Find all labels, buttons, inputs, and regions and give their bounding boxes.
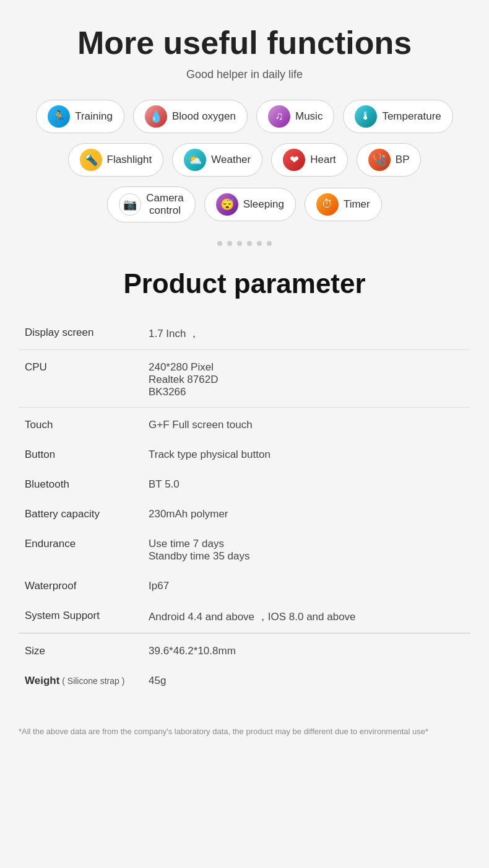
- flashlight-icon: 🔦: [80, 149, 102, 171]
- sleeping-icon: 😴: [216, 193, 238, 216]
- feature-pill-temperature: 🌡Temperature: [343, 100, 452, 133]
- table-row: CPU240*280 PixelRealtek 8762DBK3266: [19, 349, 470, 407]
- param-value: 39.6*46.2*10.8mm: [142, 633, 470, 666]
- table-row: Battery capacity230mAh polymer: [19, 499, 470, 529]
- param-label: Waterproof: [19, 571, 142, 601]
- table-row: EnduranceUse time 7 daysStandby time 35 …: [19, 529, 470, 571]
- dots-indicator: [19, 241, 470, 246]
- feature-pill-heart: ❤Heart: [271, 143, 348, 177]
- param-label: Bluetooth: [19, 470, 142, 499]
- blood-oxygen-label: Blood oxygen: [172, 110, 236, 123]
- param-value: Track type physical button: [142, 440, 470, 470]
- features-section: 🏃Training💧Blood oxygen♫Music🌡Temperature…: [19, 100, 470, 222]
- table-row: Display screen1.7 Inch ，: [19, 318, 470, 350]
- page-subtitle: Good helper in daily life: [19, 68, 470, 81]
- param-label: Weight ( Silicone strap ): [19, 666, 142, 696]
- param-value: 240*280 PixelRealtek 8762DBK3266: [142, 349, 470, 407]
- dot-0: [217, 241, 222, 246]
- param-label: Button: [19, 440, 142, 470]
- camera-icon: 📷: [119, 193, 141, 216]
- param-value: 230mAh polymer: [142, 499, 470, 529]
- param-label: Endurance: [19, 529, 142, 571]
- param-label: Size: [19, 633, 142, 666]
- music-label: Music: [295, 110, 322, 123]
- param-label: Touch: [19, 407, 142, 440]
- feature-pill-camera: 📷Camera control: [107, 186, 195, 222]
- camera-label: Camera control: [146, 192, 183, 217]
- table-row: WaterproofIp67: [19, 571, 470, 601]
- params-table: Display screen1.7 Inch ，CPU240*280 Pixel…: [19, 318, 470, 696]
- param-label: System Support: [19, 601, 142, 633]
- table-row: ButtonTrack type physical button: [19, 440, 470, 470]
- training-label: Training: [75, 110, 113, 123]
- table-row: Size39.6*46.2*10.8mm: [19, 633, 470, 666]
- param-value: BT 5.0: [142, 470, 470, 499]
- flashlight-label: Flashlight: [107, 154, 152, 166]
- disclaimer-text: *All the above data are from the company…: [19, 727, 470, 736]
- dot-5: [267, 241, 272, 246]
- feature-pill-flashlight: 🔦Flashlight: [68, 143, 164, 177]
- timer-label: Timer: [344, 198, 370, 211]
- dot-1: [227, 241, 232, 246]
- page-title: More useful functions: [19, 25, 470, 62]
- weather-icon: ⛅: [184, 149, 206, 171]
- blood-oxygen-icon: 💧: [145, 105, 167, 128]
- param-value: 45g: [142, 666, 470, 696]
- param-value: 1.7 Inch ，: [142, 318, 470, 350]
- heart-icon: ❤: [283, 149, 305, 171]
- param-value: Ip67: [142, 571, 470, 601]
- dot-4: [257, 241, 262, 246]
- feature-pill-sleeping: 😴Sleeping: [204, 188, 296, 221]
- sleeping-label: Sleeping: [243, 198, 284, 211]
- header-section: More useful functions Good helper in dai…: [19, 25, 470, 81]
- temperature-icon: 🌡: [355, 105, 377, 128]
- param-label: Display screen: [19, 318, 142, 350]
- params-title: Product parameter: [19, 268, 470, 299]
- param-value: G+F Full screen touch: [142, 407, 470, 440]
- param-value: Use time 7 daysStandby time 35 days: [142, 529, 470, 571]
- page-wrapper: More useful functions Good helper in dai…: [0, 0, 489, 773]
- params-section: Product parameter Display screen1.7 Inch…: [19, 268, 470, 736]
- dot-3: [247, 241, 252, 246]
- table-row: BluetoothBT 5.0: [19, 470, 470, 499]
- temperature-label: Temperature: [382, 110, 441, 123]
- feature-pill-weather: ⛅Weather: [172, 143, 262, 177]
- training-icon: 🏃: [48, 105, 70, 128]
- dot-2: [237, 241, 242, 246]
- feature-pill-bp: 🩺BP: [357, 143, 422, 177]
- features-row-2: 🔦Flashlight⛅Weather❤Heart🩺BP: [19, 143, 470, 177]
- feature-pill-training: 🏃Training: [36, 100, 124, 133]
- features-row-3: 📷Camera control😴Sleeping⏱Timer: [19, 186, 470, 222]
- bp-icon: 🩺: [368, 149, 391, 171]
- param-value: Android 4.4 and above ，IOS 8.0 and above: [142, 601, 470, 633]
- feature-pill-timer: ⏱Timer: [305, 188, 382, 221]
- music-icon: ♫: [268, 105, 290, 128]
- param-label: CPU: [19, 349, 142, 407]
- weather-label: Weather: [211, 154, 251, 166]
- heart-label: Heart: [310, 154, 336, 166]
- table-row: System SupportAndroid 4.4 and above ，IOS…: [19, 601, 470, 633]
- table-row: TouchG+F Full screen touch: [19, 407, 470, 440]
- feature-pill-blood-oxygen: 💧Blood oxygen: [133, 100, 248, 133]
- features-row-1: 🏃Training💧Blood oxygen♫Music🌡Temperature: [19, 100, 470, 133]
- bp-label: BP: [396, 154, 410, 166]
- table-row: Weight ( Silicone strap )45g: [19, 666, 470, 696]
- param-label: Battery capacity: [19, 499, 142, 529]
- timer-icon: ⏱: [316, 193, 339, 216]
- feature-pill-music: ♫Music: [256, 100, 334, 133]
